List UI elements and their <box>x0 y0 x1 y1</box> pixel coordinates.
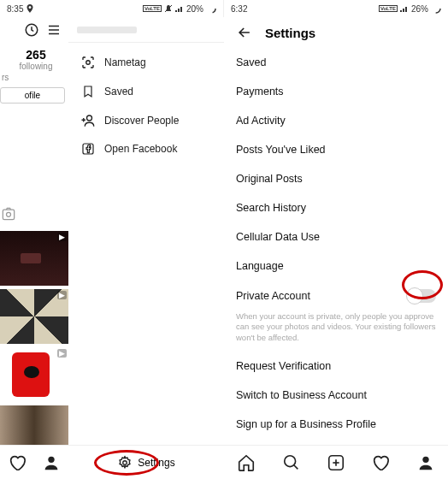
signal-icon <box>400 5 409 12</box>
drawer-menu: Nametag Saved Discover People <box>68 43 224 168</box>
profile-header: 265 following rs ofile <box>0 17 68 207</box>
status-time: 8:35 <box>7 4 23 14</box>
nametag-icon <box>80 55 96 70</box>
settings-item-label: Posts You've Liked <box>236 144 326 156</box>
svg-point-12 <box>48 456 54 462</box>
svg-point-19 <box>422 456 428 462</box>
video-badge-icon: ▶ <box>57 233 67 241</box>
video-badge-icon: ▶ <box>57 291 67 299</box>
edit-profile-button[interactable]: ofile <box>0 87 65 103</box>
mute-icon <box>164 4 173 13</box>
video-badge-icon: ▶ <box>57 349 67 358</box>
nametag-item[interactable]: Nametag <box>68 48 224 77</box>
drawer-item-label: Nametag <box>104 56 146 68</box>
drawer-username[interactable] <box>68 17 224 43</box>
profile-icon[interactable] <box>416 453 435 472</box>
svg-point-8 <box>86 61 91 65</box>
heart-icon[interactable] <box>8 453 27 472</box>
status-battery: 20% <box>186 4 203 14</box>
svg-point-9 <box>87 115 92 121</box>
side-drawer: Nametag Saved Discover People <box>68 17 224 479</box>
signal-icon <box>175 5 184 12</box>
archive-icon[interactable] <box>24 22 39 38</box>
original-posts-row[interactable]: Original Posts <box>236 164 436 193</box>
saved-row[interactable]: Saved <box>236 48 436 77</box>
phone-left: 8:35 VoLTE 20% <box>0 0 224 479</box>
saved-item[interactable]: Saved <box>68 77 224 106</box>
bottom-nav-left <box>0 445 68 479</box>
settings-button[interactable]: Settings <box>117 455 174 470</box>
private-account-toggle[interactable] <box>407 289 436 303</box>
status-battery: 26% <box>411 4 428 14</box>
private-account-row: Private Account <box>236 281 436 311</box>
svg-point-1 <box>207 4 215 13</box>
svg-line-15 <box>293 464 298 469</box>
settings-label: Settings <box>138 457 174 469</box>
signup-business-row[interactable]: Sign up for a Business Profile <box>236 410 436 439</box>
settings-item-label: Original Posts <box>236 173 303 185</box>
following-label: following <box>3 62 68 71</box>
search-icon[interactable] <box>282 453 301 472</box>
feed-item[interactable]: ▶ <box>0 289 68 344</box>
heart-icon[interactable] <box>371 453 390 472</box>
feed-item[interactable]: ▶ <box>0 231 68 286</box>
drawer-bottom: Settings <box>68 445 224 479</box>
volte-icon: VoLTE <box>379 5 398 12</box>
menu-icon[interactable] <box>46 22 62 38</box>
ad-activity-row[interactable]: Ad Activity <box>236 106 436 135</box>
following-count[interactable]: 265 <box>3 48 68 62</box>
drawer-item-label: Discover People <box>104 115 179 127</box>
open-facebook-item[interactable]: Open Facebook <box>68 135 224 163</box>
settings-header: Settings <box>224 17 448 48</box>
private-account-help: When your account is private, only peopl… <box>236 311 436 352</box>
bookmark-icon <box>80 84 96 99</box>
svg-point-13 <box>432 4 440 13</box>
posts-liked-row[interactable]: Posts You've Liked <box>236 135 436 164</box>
gear-icon <box>117 455 133 470</box>
volte-icon: VoLTE <box>143 5 162 12</box>
drawer-item-label: Open Facebook <box>104 143 177 155</box>
search-history-row[interactable]: Search History <box>236 193 436 222</box>
svg-point-11 <box>123 460 127 464</box>
cellular-data-row[interactable]: Cellular Data Use <box>236 222 436 251</box>
svg-point-14 <box>284 455 295 466</box>
status-bar-right: 6:32 VoLTE 26% <box>224 0 448 17</box>
status-time: 6:32 <box>231 4 247 14</box>
settings-item-label: Private Account <box>236 290 310 302</box>
status-bar-left: 8:35 VoLTE 20% <box>0 0 223 17</box>
settings-item-label: Language <box>236 260 284 272</box>
add-person-icon <box>80 113 96 128</box>
settings-item-label: Payments <box>236 86 284 98</box>
battery-circle-icon <box>206 3 216 14</box>
phone-right: 6:32 VoLTE 26% Settings Saved Payments A… <box>224 0 448 479</box>
settings-item-label: Ad Activity <box>236 115 286 127</box>
settings-title: Settings <box>265 26 315 40</box>
drawer-item-label: Saved <box>104 86 133 98</box>
bottom-nav-right <box>224 445 448 479</box>
discover-people-item[interactable]: Discover People <box>68 106 224 135</box>
settings-list: Saved Payments Ad Activity Posts You've … <box>224 48 448 479</box>
back-icon[interactable] <box>236 24 253 41</box>
location-icon <box>27 4 33 13</box>
payments-row[interactable]: Payments <box>236 77 436 106</box>
settings-item-label: Sign up for a Business Profile <box>236 418 376 430</box>
language-row[interactable]: Language <box>236 251 436 281</box>
feed-grid: ▶ ▶ ▶ <box>0 231 68 448</box>
feed-item[interactable] <box>0 405 68 445</box>
settings-item-label: Cellular Data Use <box>236 231 320 243</box>
tagged-icon[interactable] <box>0 205 68 222</box>
settings-item-label: Search History <box>236 202 306 214</box>
svg-rect-6 <box>3 210 14 220</box>
battery-circle-icon <box>431 3 441 14</box>
request-verification-row[interactable]: Request Verification <box>236 352 436 381</box>
svg-point-7 <box>7 212 11 216</box>
home-icon[interactable] <box>237 453 256 472</box>
cut-label: rs <box>0 73 68 82</box>
settings-item-label: Request Verification <box>236 360 331 372</box>
settings-item-label: Saved <box>236 56 266 68</box>
settings-item-label: Switch to Business Account <box>236 389 367 401</box>
add-post-icon[interactable] <box>327 453 345 472</box>
profile-icon[interactable] <box>42 453 61 472</box>
feed-item[interactable]: ▶ <box>0 347 68 402</box>
switch-business-row[interactable]: Switch to Business Account <box>236 381 436 410</box>
